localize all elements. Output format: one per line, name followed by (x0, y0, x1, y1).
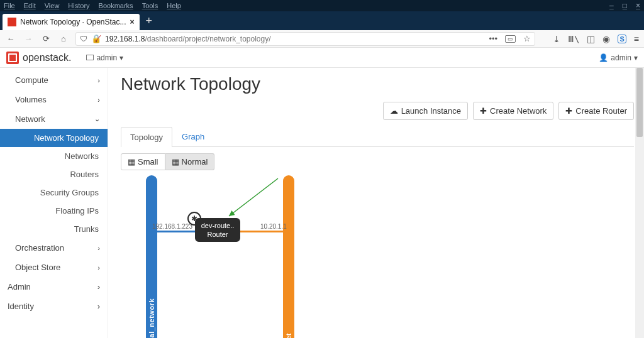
os-menu-item[interactable]: History (68, 2, 89, 9)
openstack-favicon-icon (8, 18, 16, 26)
scrollbar[interactable] (635, 68, 644, 338)
router-name: dev-route.. (200, 222, 235, 229)
main-content: Network Topology ☁ Launch Instance ✚ Cre… (108, 68, 644, 338)
network-bar-external[interactable]: external_network (146, 175, 157, 338)
os-menu-item[interactable]: Edit (24, 2, 36, 9)
os-menu-item[interactable]: File (4, 2, 15, 9)
user-name: admin (611, 53, 631, 62)
insecure-lock-icon: 🔒̸ (91, 34, 101, 43)
sidebar-item-label: Orchestration (15, 243, 64, 253)
size-toggle: ▦ Small ▦ Normal (121, 153, 634, 170)
url-field[interactable]: 🛡 🔒̸ 192.168.1.8/dashboard/project/netwo… (75, 32, 535, 46)
sidebar-item-label: Identity (8, 302, 34, 311)
chevron-right-icon: › (97, 96, 100, 104)
sidebar-item-admin[interactable]: Admin › (0, 277, 108, 297)
sidebar-item-object-store[interactable]: Object Store › (0, 258, 108, 277)
network-label: external_network (148, 298, 155, 338)
interface-ip-left: 192.168.1.223 (152, 223, 192, 230)
sidebar-item-label: Network (15, 114, 45, 124)
os-menu-item[interactable]: Bookmarks (99, 2, 133, 9)
account-icon[interactable]: ◉ (602, 34, 610, 44)
openstack-logo-icon (6, 52, 19, 64)
network-bar-pvt[interactable]: pvt_net (283, 175, 294, 338)
sidebar-item-compute[interactable]: Compute › (0, 70, 108, 90)
openstack-logo[interactable]: openstack. (6, 52, 71, 64)
sidebar-item-label: Object Store (15, 263, 60, 272)
router-node[interactable]: ✱ dev-route.. Router (195, 218, 240, 242)
interface-ip-right: 10.20.1.1 (260, 223, 287, 230)
sidebar-item-identity[interactable]: Identity › (0, 297, 108, 316)
page-actions: ••• ▭ ☆ (489, 34, 531, 43)
chevron-right-icon: › (97, 77, 100, 84)
sidebar-item-label: Admin (8, 282, 31, 292)
back-button[interactable]: ← (5, 34, 16, 43)
sidebar-item-label: Compute (15, 75, 48, 85)
os-menu-item[interactable]: View (45, 2, 60, 9)
sidebar-item-networks[interactable]: Networks (0, 147, 108, 165)
button-label: Create Router (575, 106, 627, 116)
browser-tab-bar: Network Topology · OpenStac... × + (0, 11, 644, 30)
sidebar-item-security-groups[interactable]: Security Groups (0, 183, 108, 202)
tab-topology[interactable]: Topology (121, 127, 172, 147)
user-menu[interactable]: 👤 admin ▾ (599, 53, 638, 62)
svg-line-0 (229, 178, 278, 216)
window-maximize-icon[interactable]: □ (623, 1, 627, 10)
browser-tab[interactable]: Network Topology · OpenStac... × (3, 14, 140, 30)
scrollbar-thumb[interactable] (636, 68, 643, 137)
extension-icon[interactable]: S (618, 35, 626, 43)
button-label: Launch Instance (401, 106, 461, 116)
os-menubar: File Edit View History Bookmarks Tools H… (0, 0, 644, 11)
os-menu-item[interactable]: Tools (142, 2, 158, 9)
action-buttons: ☁ Launch Instance ✚ Create Network ✚ Cre… (121, 102, 634, 120)
create-network-button[interactable]: ✚ Create Network (473, 102, 553, 120)
sidebar-icon[interactable]: ◫ (587, 34, 595, 44)
user-icon: 👤 (599, 53, 608, 62)
size-normal-button[interactable]: ▦ Normal (165, 153, 215, 170)
reload-button[interactable]: ⟳ (40, 34, 52, 43)
sidebar-item-network-topology[interactable]: Network Topology (0, 129, 108, 147)
url-text: 192.168.1.8/dashboard/project/network_to… (105, 35, 271, 43)
app-header: openstack. admin ▾ 👤 admin ▾ (0, 48, 644, 68)
plus-icon: ✚ (480, 106, 487, 116)
cloud-upload-icon: ☁ (390, 106, 398, 116)
launch-instance-button[interactable]: ☁ Launch Instance (383, 102, 468, 120)
sidebar-item-network[interactable]: Network ⌄ (0, 109, 108, 129)
os-menu-item[interactable]: Help (167, 2, 181, 9)
reader-icon[interactable]: ▭ (505, 35, 516, 43)
size-small-button[interactable]: ▦ Small (121, 153, 165, 170)
sidebar-item-trunks[interactable]: Trunks (0, 220, 108, 238)
menu-icon[interactable]: ≡ (634, 34, 639, 44)
router-link-pvt (238, 231, 283, 232)
sidebar: Compute › Volumes › Network ⌄ Network To… (0, 68, 108, 338)
sidebar-item-volumes[interactable]: Volumes › (0, 90, 108, 109)
chevron-down-icon: ⌄ (94, 115, 100, 123)
library-icon[interactable]: Ⅲ\ (568, 34, 579, 44)
grid-large-icon: ▦ (172, 157, 179, 166)
download-icon[interactable]: ⤓ (553, 34, 560, 44)
caret-down-icon: ▾ (119, 53, 123, 62)
sidebar-item-label: Volumes (15, 95, 47, 104)
home-button[interactable]: ⌂ (58, 34, 69, 43)
close-tab-icon[interactable]: × (130, 18, 135, 26)
button-label: Small (138, 157, 158, 166)
sidebar-item-floating-ips[interactable]: Floating IPs (0, 202, 108, 220)
caret-down-icon: ▾ (634, 53, 638, 62)
project-name: admin (96, 53, 117, 62)
window-minimize-icon[interactable]: – (609, 1, 614, 10)
tab-title: Network Topology · OpenStac... (20, 18, 126, 26)
window-close-icon[interactable]: × (636, 1, 640, 10)
tab-graph[interactable]: Graph (172, 126, 214, 146)
create-router-button[interactable]: ✚ Create Router (558, 102, 634, 120)
shield-icon[interactable]: 🛡 (80, 35, 87, 43)
grid-small-icon: ▦ (128, 157, 135, 166)
sidebar-item-routers[interactable]: Routers (0, 165, 108, 183)
button-label: Normal (182, 157, 208, 166)
plus-icon: ✚ (565, 106, 572, 116)
page-title: Network Topology (121, 74, 634, 94)
more-icon[interactable]: ••• (489, 34, 497, 43)
sidebar-item-orchestration[interactable]: Orchestration › (0, 238, 108, 258)
bookmark-icon[interactable]: ☆ (523, 34, 531, 43)
topology-canvas: external_network pvt_net 192.168.1.223 1… (121, 175, 634, 338)
new-tab-button[interactable]: + (140, 14, 159, 28)
project-selector[interactable]: admin ▾ (86, 53, 123, 62)
